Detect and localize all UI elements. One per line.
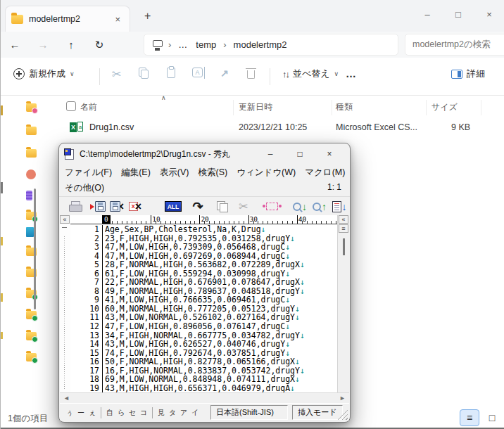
breadcrumb-temp[interactable]: temp (191, 39, 220, 50)
editor-text-area[interactable]: « 010203040 « ≡ 1Age,Sex,BP,Cholesterol,… (60, 215, 349, 392)
select-all-icon[interactable]: ALL (164, 198, 182, 214)
statusbar-glyph[interactable]: 自 (104, 408, 115, 418)
select-all-checkbox[interactable] (66, 101, 76, 111)
editor-line: 528,F,NORMAL,HIGH,0.563682,0.072289,drug… (70, 260, 337, 269)
statusbar-glyph[interactable]: 見 (156, 408, 167, 418)
new-button[interactable]: 新規作成 ∨ (13, 68, 75, 80)
column-date[interactable]: 更新日時 (239, 101, 272, 113)
statusbar-glyph[interactable]: ら (115, 408, 127, 418)
find-prev-icon[interactable]: ↑ (310, 198, 329, 214)
menu-item[interactable]: 編集(E) (121, 167, 151, 179)
scroll-right-icon[interactable]: ► (339, 395, 346, 402)
sidebar-circle-red-icon[interactable] (26, 169, 36, 179)
paste-button[interactable] (167, 68, 175, 78)
file-type: Microsoft Excel CS... (336, 122, 417, 132)
tab-close-icon[interactable]: × (111, 13, 124, 25)
menu-item[interactable]: 検索(S) (198, 167, 227, 179)
sidebar-folder-check-icon[interactable] (26, 353, 37, 361)
share-button[interactable]: ↗ (220, 68, 229, 79)
statusbar-glyph[interactable]: タ (167, 408, 178, 418)
sidebar-folder-check-icon[interactable] (26, 332, 37, 340)
new-tab-button[interactable]: + (139, 8, 156, 24)
column-type[interactable]: 種類 (336, 101, 353, 113)
back-button[interactable]: ← (1, 39, 29, 51)
delete-button[interactable] (247, 68, 255, 79)
this-pc-icon[interactable] (153, 40, 163, 47)
details-button[interactable]: 詳細 (451, 68, 485, 80)
statusbar-glyph[interactable]: ア (178, 408, 189, 418)
editor-title-bar[interactable]: C:\temp\modelertmp2\Drug1n.csv - 秀丸 – □ … (59, 143, 350, 165)
statusbar-glyph[interactable]: ぇ (87, 408, 98, 418)
file-row[interactable]: X a Drug1n.csv 2023/12/21 10:25 Microsof… (57, 118, 504, 138)
sidebar-folder-icon[interactable] (26, 127, 37, 135)
forward-button[interactable]: → (29, 39, 57, 51)
refresh-button[interactable]: ↻ (85, 39, 113, 51)
cut-icon[interactable]: ✂ (234, 198, 253, 214)
breadcrumb[interactable]: › … temp › modelertmp2 (144, 34, 398, 56)
statusbar-glyph[interactable]: ぅ (64, 408, 75, 418)
large-icons-view-button[interactable]: □ (482, 409, 502, 426)
collapse-right-button[interactable]: « (339, 215, 348, 224)
paste-box-icon[interactable] (263, 198, 281, 214)
print-icon[interactable] (66, 198, 84, 214)
menu-item[interactable]: ウィンドウ(W) (237, 167, 296, 179)
encoding-indicator[interactable]: 日本語(Shift-JIS) (210, 405, 288, 420)
menu-item[interactable]: ファイル(F) (65, 167, 112, 179)
menu-item[interactable]: その他(O) (65, 182, 104, 194)
editor-close-button[interactable]: × (315, 149, 344, 159)
search-input[interactable]: modelertmp2の検索 (405, 34, 504, 56)
cut-button[interactable]: ✂ (112, 68, 121, 81)
menu-item[interactable]: マクロ(M) (305, 167, 345, 179)
nav-edge-icon (1, 293, 3, 302)
editor-line: 347,M,LOW,HIGH,0.739309,0.056468,drugC↓ (70, 243, 337, 252)
nav-edge-icon (1, 237, 3, 245)
sidebar-drive-blue-icon[interactable] (26, 227, 34, 237)
collapse-left-button[interactable]: « (60, 215, 70, 224)
newline-mark-icon: ↓ (300, 287, 305, 296)
statusbar-glyph[interactable]: コ (138, 408, 149, 418)
breadcrumb-ellipsis[interactable]: … (174, 39, 191, 50)
scroll-left-icon[interactable]: ◄ (63, 395, 70, 402)
statusbar-glyph[interactable]: イ (189, 408, 201, 418)
statusbar-glyph[interactable]: ー (75, 408, 87, 418)
sort-button[interactable]: ↑↓ 並べ替え ∨ (282, 68, 339, 80)
command-bar: 新規作成 ∨ ✂ A ↗ ↑↓ 並べ替え ∨ … 詳細 (1, 58, 504, 96)
minimize-button[interactable]: – (412, 9, 443, 20)
save-close-icon[interactable]: × (108, 198, 126, 214)
new-label: 新規作成 (29, 68, 65, 80)
sort-label: 並べ替え (293, 68, 330, 80)
file-name[interactable]: Drug1n.csv (89, 122, 134, 132)
editor-minimize-button[interactable]: – (256, 149, 285, 159)
sidebar-purple-icon[interactable] (26, 191, 32, 200)
more-button[interactable]: … (346, 68, 356, 79)
open-icon[interactable] (89, 198, 107, 214)
redo-icon[interactable]: ↷ (189, 198, 207, 214)
horizontal-scrollbar[interactable]: ◄ ► (60, 392, 349, 403)
sidebar-folder-icon[interactable] (26, 149, 37, 158)
details-view-button[interactable]: ≡ (460, 409, 479, 426)
vertical-scrollbar-thumb[interactable] (343, 238, 345, 255)
breadcrumb-modelertmp2[interactable]: modelertmp2 (229, 39, 291, 50)
ruler-number: 0 (102, 215, 111, 224)
column-name[interactable]: 名前 (80, 101, 97, 113)
menu-item[interactable]: 表示(V) (160, 167, 189, 179)
explorer-tab[interactable]: modelertmp2 × (5, 6, 130, 32)
sidebar-folder-dot-pink-icon[interactable] (26, 103, 37, 112)
editor-maximize-button[interactable]: □ (285, 149, 315, 159)
close-x-icon[interactable]: x× (126, 198, 144, 214)
close-button[interactable]: × (474, 9, 504, 20)
column-size[interactable]: サイズ (431, 101, 458, 113)
up-button[interactable]: ↑ (57, 39, 85, 51)
rename-button[interactable]: A (192, 68, 203, 77)
copy-icon[interactable] (213, 198, 232, 214)
outline-list-icon[interactable]: ≡ (339, 224, 348, 233)
input-mode-indicator[interactable]: 挿入モード (292, 405, 343, 420)
maximize-button[interactable]: □ (443, 9, 474, 20)
find-next-icon[interactable]: ↓ (291, 198, 309, 214)
grep-icon[interactable]: ↓ (330, 198, 348, 214)
sidebar-folder-check-icon[interactable] (26, 311, 37, 319)
editor-lines: 1Age,Sex,BP,Cholesterol,Na,K,Drug↓223,F,… (70, 225, 337, 392)
copy-button[interactable] (138, 68, 149, 79)
nav-scrollbar[interactable] (34, 188, 36, 309)
statusbar-glyph[interactable]: セ (127, 408, 138, 418)
